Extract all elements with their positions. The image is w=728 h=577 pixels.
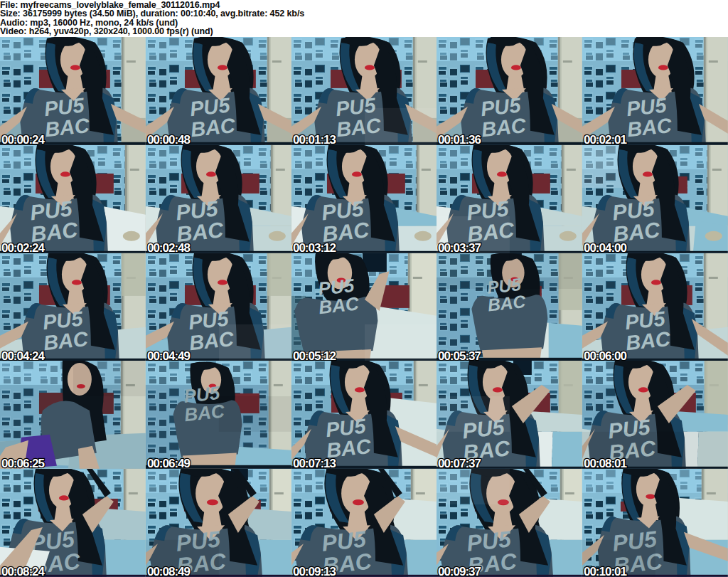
svg-text:BAC: BAC — [481, 114, 528, 141]
svg-text:BAC: BAC — [42, 327, 90, 354]
svg-text:00:08:01: 00:08:01 — [584, 457, 627, 469]
svg-text:00:03:12: 00:03:12 — [293, 241, 336, 253]
svg-text:00:03:37: 00:03:37 — [438, 241, 481, 253]
svg-text:BAC: BAC — [487, 292, 528, 315]
svg-text:00:08:49: 00:08:49 — [147, 565, 191, 577]
svg-text:00:06:25: 00:06:25 — [1, 457, 45, 469]
svg-text:BAC: BAC — [189, 114, 237, 141]
svg-text:00:04:24: 00:04:24 — [1, 349, 46, 361]
svg-text:00:02:24: 00:02:24 — [1, 241, 46, 253]
svg-text:00:02:48: 00:02:48 — [147, 241, 191, 253]
svg-text:BAC: BAC — [625, 327, 673, 354]
svg-text:00:07:13: 00:07:13 — [293, 457, 336, 469]
svg-text:00:08:24: 00:08:24 — [1, 565, 46, 577]
svg-text:00:00:48: 00:00:48 — [147, 133, 191, 145]
svg-text:00:05:12: 00:05:12 — [293, 349, 336, 361]
svg-text:00:05:37: 00:05:37 — [438, 349, 481, 361]
svg-text:00:04:00: 00:04:00 — [584, 241, 627, 253]
svg-text:BAC: BAC — [43, 114, 91, 141]
svg-text:00:06:49: 00:06:49 — [147, 457, 191, 469]
svg-text:00:00:24: 00:00:24 — [1, 133, 46, 145]
svg-text:00:06:00: 00:06:00 — [584, 349, 627, 361]
svg-text:00:10:01: 00:10:01 — [584, 565, 627, 577]
svg-text:00:09:13: 00:09:13 — [293, 565, 336, 577]
svg-text:BAC: BAC — [626, 114, 674, 141]
svg-text:00:07:37: 00:07:37 — [438, 457, 481, 469]
svg-text:00:04:49: 00:04:49 — [147, 349, 191, 361]
svg-text:00:01:36: 00:01:36 — [438, 133, 481, 145]
svg-text:00:02:01: 00:02:01 — [584, 133, 627, 145]
svg-text:00:09:37: 00:09:37 — [438, 565, 481, 577]
svg-text:00:01:13: 00:01:13 — [293, 133, 336, 145]
svg-text:BAC: BAC — [317, 292, 360, 318]
